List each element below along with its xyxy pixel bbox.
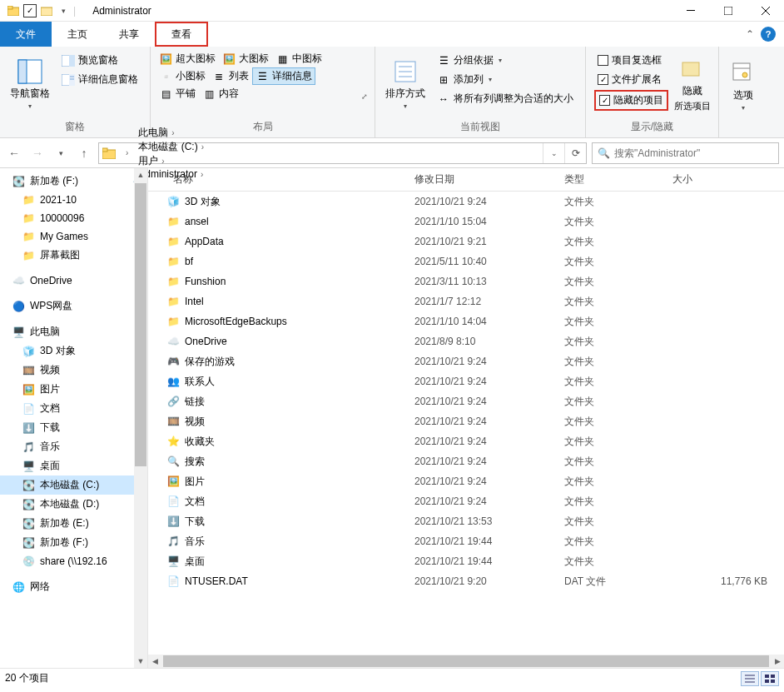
sort-by-button[interactable]: 排序方式▾ bbox=[380, 50, 430, 118]
preview-pane-button[interactable]: 预览窗格 bbox=[58, 52, 141, 69]
tree-item[interactable]: 📁屏幕截图 bbox=[0, 246, 147, 265]
close-button[interactable] bbox=[747, 0, 784, 22]
tree-item[interactable]: 📁2021-10 bbox=[0, 191, 147, 209]
layout-more-icon[interactable]: ⤢ bbox=[360, 91, 370, 102]
tree-item[interactable]: 🖥️此电脑 bbox=[0, 322, 147, 341]
layout-list[interactable]: ≣列表 bbox=[209, 67, 252, 85]
file-row[interactable]: 📄NTUSER.DAT 2021/10/21 9:20 DAT 文件 11,77… bbox=[148, 571, 784, 591]
recent-dropdown-icon[interactable]: ▾ bbox=[52, 144, 70, 162]
file-row[interactable]: 🧊3D 对象 2021/10/21 9:24 文件夹 bbox=[148, 192, 784, 212]
nav-tree[interactable]: 📌 💽新加卷 (F:)📁2021-10📁10000096📁My Games📁屏幕… bbox=[0, 168, 148, 668]
ribbon-collapse-icon[interactable]: ⌃ bbox=[746, 28, 754, 40]
layout-tiles[interactable]: ▤平铺 bbox=[156, 85, 199, 102]
hide-selected-button[interactable]: 隐藏 所选项目 bbox=[672, 50, 713, 118]
layout-extra-large[interactable]: 🖼️超大图标 bbox=[156, 50, 219, 67]
tab-home[interactable]: 主页 bbox=[52, 22, 103, 47]
layout-content[interactable]: ▥内容 bbox=[199, 85, 242, 102]
svg-rect-10 bbox=[69, 55, 75, 67]
minimize-button[interactable] bbox=[672, 0, 709, 22]
file-row[interactable]: ⬇️下载 2021/10/21 13:53 文件夹 bbox=[148, 511, 784, 531]
tab-view[interactable]: 查看 bbox=[155, 22, 208, 47]
tree-item[interactable]: 💽新加卷 (E:) bbox=[0, 514, 147, 533]
forward-button[interactable]: → bbox=[28, 144, 47, 162]
file-row[interactable]: 🔍搜索 2021/10/21 9:24 文件夹 bbox=[148, 451, 784, 471]
details-pane-button[interactable]: 详细信息窗格 bbox=[58, 71, 141, 88]
help-icon[interactable]: ? bbox=[761, 27, 776, 42]
tree-item[interactable]: 📁10000096 bbox=[0, 209, 147, 227]
tree-item[interactable]: ⬇️下载 bbox=[0, 418, 147, 437]
view-details-button[interactable] bbox=[741, 671, 759, 686]
tree-scrollbar[interactable]: ▲ ▼ bbox=[134, 168, 147, 668]
file-row[interactable]: 🖥️桌面 2021/10/21 19:44 文件夹 bbox=[148, 551, 784, 571]
breadcrumb-item[interactable]: 本地磁盘 (C:)› bbox=[135, 140, 211, 154]
file-row[interactable]: 🎵音乐 2021/10/21 19:44 文件夹 bbox=[148, 531, 784, 551]
status-count: 20 个项目 bbox=[5, 671, 49, 685]
tree-item[interactable]: 🎵音乐 bbox=[0, 437, 147, 456]
file-row[interactable]: 📁Intel 2021/1/7 12:12 文件夹 bbox=[148, 291, 784, 311]
file-row[interactable]: 🎞️视频 2021/10/21 9:24 文件夹 bbox=[148, 411, 784, 431]
tree-item[interactable]: 🔵WPS网盘 bbox=[0, 296, 147, 316]
folder-icon: 📁 bbox=[166, 315, 180, 328]
size-all-columns-button[interactable]: ↔将所有列调整为合适的大小 bbox=[434, 90, 577, 107]
tab-file[interactable]: 文件 bbox=[0, 22, 52, 47]
tree-item[interactable]: 🖥️桌面 bbox=[0, 456, 147, 475]
file-row[interactable]: 📁ansel 2021/1/10 15:04 文件夹 bbox=[148, 212, 784, 231]
checkbox-item-checkboxes[interactable]: 项目复选框 bbox=[594, 52, 668, 69]
checkbox-hidden-items[interactable]: 隐藏的项目 bbox=[594, 90, 668, 111]
tree-item[interactable]: 📄文档 bbox=[0, 399, 147, 418]
tree-item[interactable]: 💽本地磁盘 (C:) bbox=[0, 475, 147, 495]
address-bar[interactable]: › 此电脑›本地磁盘 (C:)›用户›Administrator› ⌄ ⟳ bbox=[98, 142, 587, 164]
layout-small[interactable]: ▫️小图标 bbox=[156, 67, 209, 85]
layout-large[interactable]: 🖼️大图标 bbox=[219, 50, 272, 67]
up-button[interactable]: ↑ bbox=[75, 144, 93, 162]
file-row[interactable]: 📁MicrosoftEdgeBackups 2021/1/10 14:04 文件… bbox=[148, 311, 784, 331]
tree-item[interactable]: 💽新加卷 (F:) bbox=[0, 533, 147, 552]
column-headers[interactable]: 名称 修改日期 类型 大小 bbox=[148, 168, 784, 192]
file-row[interactable]: ⭐收藏夹 2021/10/21 9:24 文件夹 bbox=[148, 431, 784, 451]
tree-item[interactable]: ☁️OneDrive bbox=[0, 271, 147, 290]
refresh-button[interactable]: ⟳ bbox=[564, 143, 586, 163]
layout-medium[interactable]: ▦中图标 bbox=[272, 50, 325, 67]
add-columns-button[interactable]: ⊞添加列▾ bbox=[434, 71, 577, 88]
tree-item[interactable]: 🎞️视频 bbox=[0, 361, 147, 380]
file-row[interactable]: 📁Funshion 2021/3/11 10:13 文件夹 bbox=[148, 271, 784, 291]
search-input[interactable] bbox=[614, 147, 778, 159]
breadcrumb-item[interactable]: 用户› bbox=[135, 154, 211, 168]
col-header-date[interactable]: 修改日期 bbox=[414, 172, 564, 187]
file-row[interactable]: 🔗链接 2021/10/21 9:24 文件夹 bbox=[148, 391, 784, 411]
tree-item[interactable]: 🖼️图片 bbox=[0, 380, 147, 399]
file-row[interactable]: 📁bf 2021/5/11 10:40 文件夹 bbox=[148, 251, 784, 271]
file-row[interactable]: 🎮保存的游戏 2021/10/21 9:24 文件夹 bbox=[148, 351, 784, 371]
horizontal-scrollbar[interactable]: ◀▶ bbox=[148, 655, 784, 668]
qat-checkbox[interactable] bbox=[23, 4, 37, 17]
address-dropdown-icon[interactable]: ⌄ bbox=[543, 143, 564, 163]
view-thumbnails-button[interactable] bbox=[761, 671, 779, 686]
tree-item[interactable]: 🧊3D 对象 bbox=[0, 341, 147, 361]
col-header-name[interactable]: 名称 bbox=[148, 172, 414, 187]
tree-item[interactable]: 💿share (\\192.16 bbox=[0, 552, 147, 570]
tree-item[interactable]: 🌐网络 bbox=[0, 577, 147, 596]
file-row[interactable]: 🖼️图片 2021/10/21 9:24 文件夹 bbox=[148, 471, 784, 491]
file-row[interactable]: 👥联系人 2021/10/21 9:24 文件夹 bbox=[148, 371, 784, 391]
group-by-button[interactable]: ☰分组依据▾ bbox=[434, 52, 577, 69]
back-button[interactable]: ← bbox=[5, 144, 23, 162]
tree-item[interactable]: 💽新加卷 (F:) bbox=[0, 172, 147, 191]
col-header-type[interactable]: 类型 bbox=[564, 172, 672, 187]
ribbon-tabs: 文件 主页 共享 查看 ⌃ ? bbox=[0, 22, 784, 47]
tab-share[interactable]: 共享 bbox=[103, 22, 155, 47]
col-header-size[interactable]: 大小 bbox=[672, 172, 784, 187]
checkbox-file-extensions[interactable]: 文件扩展名 bbox=[594, 71, 668, 88]
file-row[interactable]: ☁️OneDrive 2021/8/9 8:10 文件夹 bbox=[148, 331, 784, 351]
search-box[interactable]: 🔍 bbox=[592, 142, 779, 164]
music-icon: 🎵 bbox=[166, 535, 180, 548]
tree-item[interactable]: 📁My Games bbox=[0, 227, 147, 246]
file-row[interactable]: 📄文档 2021/10/21 9:24 文件夹 bbox=[148, 491, 784, 511]
tree-item[interactable]: 💽本地磁盘 (D:) bbox=[0, 495, 147, 514]
options-button[interactable]: 选项▾ bbox=[724, 50, 762, 121]
file-row[interactable]: 📁AppData 2021/10/21 9:21 文件夹 bbox=[148, 231, 784, 251]
layout-details[interactable]: ☰详细信息 bbox=[252, 67, 315, 85]
breadcrumb-item[interactable]: 此电脑› bbox=[135, 126, 211, 140]
qat-dropdown-icon[interactable]: ▾ bbox=[57, 4, 70, 17]
maximize-button[interactable] bbox=[709, 0, 747, 22]
nav-pane-button[interactable]: 导航窗格 ▾ bbox=[5, 50, 55, 118]
